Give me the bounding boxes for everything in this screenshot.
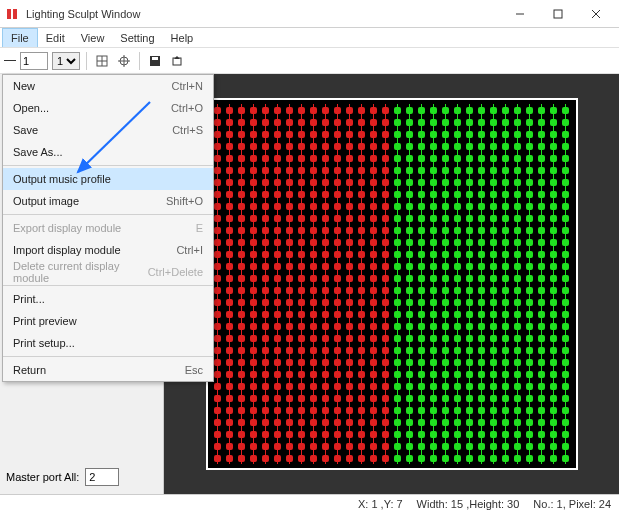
menu-setting[interactable]: Setting — [112, 28, 162, 47]
menu-edit[interactable]: Edit — [38, 28, 73, 47]
grid-icon[interactable] — [93, 52, 111, 70]
export-icon[interactable] — [168, 52, 186, 70]
app-icon — [4, 6, 20, 22]
minimize-button[interactable] — [501, 2, 539, 26]
line-width-input[interactable] — [20, 52, 48, 70]
close-button[interactable] — [577, 2, 615, 26]
window-title: Lighting Sculpt Window — [26, 8, 501, 20]
canvas-frame — [206, 98, 578, 470]
menu-item-return[interactable]: ReturnEsc — [3, 359, 213, 381]
status-info: No.: 1, Pixel: 24 — [533, 498, 611, 510]
menu-item-open[interactable]: Open...Ctrl+O — [3, 97, 213, 119]
maximize-button[interactable] — [539, 2, 577, 26]
menu-item-print-preview[interactable]: Print preview — [3, 310, 213, 332]
svg-rect-3 — [554, 10, 562, 18]
status-cursor: X: 1 ,Y: 7 — [358, 498, 403, 510]
menubar: FileEditViewSettingHelp — [0, 28, 619, 48]
file-menu-dropdown: NewCtrl+NOpen...Ctrl+OSaveCtrl+SSave As.… — [2, 74, 214, 382]
status-dims: Width: 15 ,Height: 30 — [417, 498, 520, 510]
svg-rect-1 — [13, 9, 17, 19]
canvas-viewport[interactable] — [164, 74, 619, 494]
statusbar: X: 1 ,Y: 7 Width: 15 ,Height: 30 No.: 1,… — [0, 494, 619, 512]
menu-item-print-setup[interactable]: Print setup... — [3, 332, 213, 354]
menu-item-new[interactable]: NewCtrl+N — [3, 75, 213, 97]
menu-view[interactable]: View — [73, 28, 113, 47]
line-style-icon — [4, 60, 16, 61]
menu-item-export-display-module: Export display moduleE — [3, 217, 213, 239]
pixel-grid[interactable] — [212, 104, 572, 464]
separator — [139, 52, 140, 70]
toolbar: 1 — [0, 48, 619, 74]
window-controls — [501, 2, 615, 26]
menu-item-save-as[interactable]: Save As... — [3, 141, 213, 163]
master-port-input[interactable] — [85, 468, 119, 486]
crosshair-icon[interactable] — [115, 52, 133, 70]
menu-item-delete-current-display-module: Delete current display moduleCtrl+Delete — [3, 261, 213, 283]
menu-help[interactable]: Help — [163, 28, 202, 47]
svg-rect-0 — [7, 9, 11, 19]
size-select[interactable]: 1 — [52, 52, 80, 70]
svg-rect-14 — [173, 58, 181, 65]
master-port-row: Master port All: — [4, 464, 159, 490]
titlebar: Lighting Sculpt Window — [0, 0, 619, 28]
content-area: NewCtrl+NOpen...Ctrl+OSaveCtrl+SSave As.… — [0, 74, 619, 494]
menu-item-save[interactable]: SaveCtrl+S — [3, 119, 213, 141]
separator — [86, 52, 87, 70]
menu-file[interactable]: File — [2, 28, 38, 47]
save-icon[interactable] — [146, 52, 164, 70]
menu-item-output-image[interactable]: Output imageShift+O — [3, 190, 213, 212]
menu-item-import-display-module[interactable]: Import display moduleCtrl+I — [3, 239, 213, 261]
master-port-label: Master port All: — [6, 471, 79, 483]
menu-item-output-music-profile[interactable]: Output music profile — [3, 168, 213, 190]
menu-item-print[interactable]: Print... — [3, 288, 213, 310]
svg-rect-13 — [152, 57, 158, 60]
